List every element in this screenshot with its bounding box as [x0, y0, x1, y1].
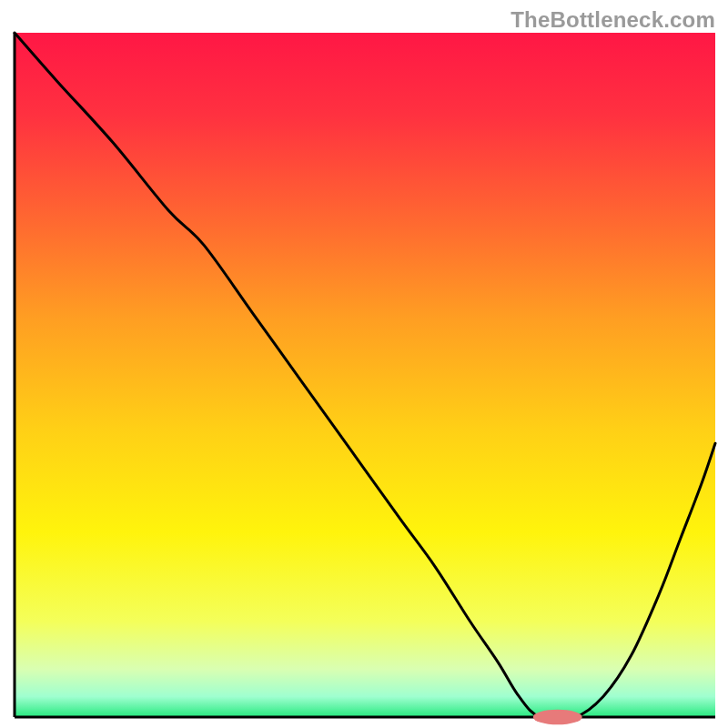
chart-background: [15, 33, 715, 717]
optimal-marker: [533, 710, 582, 725]
chart-svg: [0, 0, 728, 728]
